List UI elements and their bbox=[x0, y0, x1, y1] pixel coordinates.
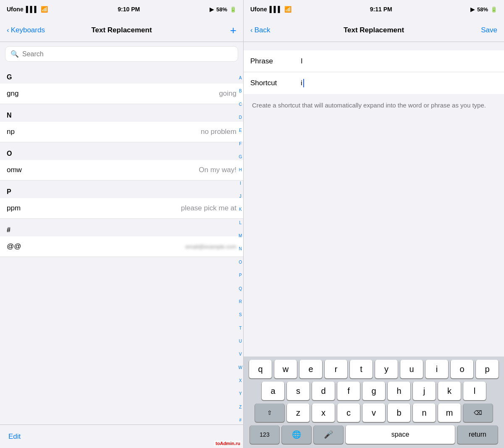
key-r[interactable]: r bbox=[325, 360, 347, 378]
key-w[interactable]: w bbox=[274, 360, 297, 378]
key-k[interactable]: k bbox=[438, 382, 461, 400]
alpha-v[interactable]: V bbox=[239, 352, 242, 357]
search-bar[interactable]: 🔍 bbox=[5, 46, 238, 62]
section-header-n: N bbox=[0, 104, 243, 122]
right-back-label: Back bbox=[255, 26, 270, 34]
alpha-b[interactable]: B bbox=[239, 89, 242, 94]
list-item-ppm[interactable]: ppm please pick me at bbox=[0, 198, 243, 219]
key-z[interactable]: z bbox=[287, 403, 310, 422]
key-shift[interactable]: ⇧ bbox=[255, 403, 284, 422]
edit-button[interactable]: Edit bbox=[8, 432, 21, 441]
list-item-np[interactable]: np no problem bbox=[0, 122, 243, 142]
right-battery-icon: 🔋 bbox=[491, 6, 497, 13]
alpha-l[interactable]: L bbox=[239, 220, 242, 225]
key-b[interactable]: b bbox=[388, 403, 410, 422]
right-wifi-icon: 📶 bbox=[284, 6, 291, 13]
alpha-x[interactable]: X bbox=[239, 378, 242, 383]
list-item-omw[interactable]: omw On my way! bbox=[0, 160, 243, 181]
key-x[interactable]: x bbox=[312, 403, 335, 422]
alpha-i[interactable]: I bbox=[240, 181, 241, 186]
save-button[interactable]: Save bbox=[481, 26, 497, 34]
phrase-at: email@example.com bbox=[185, 244, 236, 250]
key-e[interactable]: e bbox=[299, 360, 322, 378]
right-status-bar: Ufone ▌▌▌ 📶 9:11 PM ▶ 58% 🔋 bbox=[244, 0, 504, 18]
alpha-h[interactable]: H bbox=[239, 168, 242, 173]
key-d[interactable]: d bbox=[312, 382, 335, 400]
phrase-np: no problem bbox=[201, 128, 236, 136]
right-location-icon: ▶ bbox=[470, 6, 475, 13]
alpha-index[interactable]: A B C D E F G H I J K L M N O P Q R S T … bbox=[239, 76, 242, 423]
alpha-f[interactable]: F bbox=[239, 141, 242, 147]
alpha-d[interactable]: D bbox=[239, 115, 242, 120]
right-panel: Ufone ▌▌▌ 📶 9:11 PM ▶ 58% 🔋 ‹ Back Text … bbox=[244, 0, 504, 448]
left-add-button[interactable]: + bbox=[230, 25, 236, 36]
alpha-a[interactable]: A bbox=[239, 76, 242, 81]
alpha-z[interactable]: Z bbox=[239, 405, 242, 410]
alpha-k[interactable]: K bbox=[239, 207, 242, 212]
left-nav-bar: ‹ Keyboards Text Replacement + bbox=[0, 18, 243, 42]
shortcut-label: Shortcut bbox=[250, 79, 301, 87]
key-i[interactable]: i bbox=[425, 360, 448, 378]
phrase-input[interactable] bbox=[301, 57, 497, 65]
alpha-t[interactable]: T bbox=[239, 326, 242, 331]
key-globe[interactable]: 🌐 bbox=[282, 425, 311, 444]
key-t[interactable]: t bbox=[350, 360, 373, 378]
phrase-row[interactable]: Phrase bbox=[244, 50, 504, 72]
key-return[interactable]: return bbox=[457, 425, 498, 444]
key-h[interactable]: h bbox=[388, 382, 410, 400]
right-status-right: ▶ 58% 🔋 bbox=[470, 6, 497, 13]
key-s[interactable]: s bbox=[287, 382, 310, 400]
alpha-j[interactable]: J bbox=[239, 194, 242, 199]
key-f[interactable]: f bbox=[337, 382, 360, 400]
watermark: toAdmin.ru bbox=[214, 440, 242, 446]
key-u[interactable]: u bbox=[400, 360, 423, 378]
key-c[interactable]: c bbox=[337, 403, 360, 422]
key-o[interactable]: o bbox=[451, 360, 473, 378]
alpha-s[interactable]: S bbox=[239, 312, 242, 317]
key-a[interactable]: a bbox=[262, 382, 284, 400]
key-y[interactable]: y bbox=[375, 360, 398, 378]
alpha-n[interactable]: N bbox=[239, 246, 242, 252]
alpha-g[interactable]: G bbox=[239, 155, 242, 160]
list-item-gng[interactable]: gng going bbox=[0, 84, 243, 104]
alpha-hash[interactable]: # bbox=[239, 418, 242, 423]
left-chevron-icon: ‹ bbox=[7, 26, 9, 34]
alpha-w[interactable]: W bbox=[239, 365, 242, 370]
key-v[interactable]: v bbox=[362, 403, 385, 422]
list-item-at[interactable]: @@ email@example.com bbox=[0, 236, 243, 257]
alpha-e[interactable]: E bbox=[239, 128, 242, 133]
alpha-m[interactable]: M bbox=[239, 233, 242, 238]
alpha-q[interactable]: Q bbox=[239, 286, 242, 291]
right-back-button[interactable]: ‹ Back bbox=[250, 26, 270, 34]
left-nav-title: Text Replacement bbox=[91, 26, 152, 34]
key-j[interactable]: j bbox=[413, 382, 436, 400]
search-icon: 🔍 bbox=[10, 50, 19, 58]
alpha-p[interactable]: P bbox=[239, 273, 242, 278]
search-input[interactable] bbox=[22, 50, 233, 58]
form-section: Phrase Shortcut i bbox=[244, 50, 504, 94]
left-location-icon: ▶ bbox=[210, 6, 214, 13]
alpha-r[interactable]: R bbox=[239, 299, 242, 304]
alpha-y[interactable]: Y bbox=[239, 391, 242, 396]
key-m[interactable]: m bbox=[438, 403, 461, 422]
left-back-label: Keyboards bbox=[11, 26, 45, 34]
shortcut-row[interactable]: Shortcut i bbox=[244, 72, 504, 94]
alpha-c[interactable]: C bbox=[239, 102, 242, 107]
key-delete[interactable]: ⌫ bbox=[463, 403, 493, 422]
keyboard-bottom-row: 123 🌐 🎤 space return bbox=[245, 425, 502, 446]
alpha-u[interactable]: U bbox=[239, 339, 242, 344]
key-mic[interactable]: 🎤 bbox=[314, 425, 343, 444]
key-n[interactable]: n bbox=[413, 403, 436, 422]
left-bottom-bar: Edit bbox=[0, 424, 243, 448]
key-g[interactable]: g bbox=[362, 382, 385, 400]
key-num[interactable]: 123 bbox=[250, 425, 279, 444]
key-space[interactable]: space bbox=[346, 425, 455, 444]
list-section: G gng going N np no problem O omw On my … bbox=[0, 66, 243, 424]
key-l[interactable]: l bbox=[463, 382, 486, 400]
key-q[interactable]: q bbox=[249, 360, 272, 378]
left-wifi-icon: 📶 bbox=[41, 6, 48, 13]
left-back-button[interactable]: ‹ Keyboards bbox=[7, 26, 45, 34]
left-battery: 58% bbox=[216, 6, 227, 13]
alpha-o[interactable]: O bbox=[239, 260, 242, 265]
key-p[interactable]: p bbox=[476, 360, 499, 378]
